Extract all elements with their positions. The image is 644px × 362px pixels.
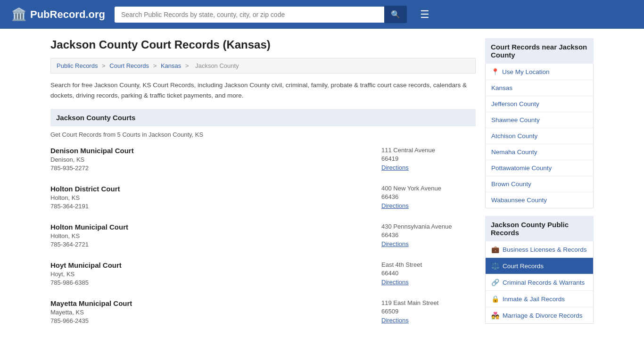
location-icon: 📍	[491, 68, 499, 75]
directions-link[interactable]: Directions	[381, 240, 409, 247]
public-record-item[interactable]: 🔗Criminal Records & Warrants	[486, 274, 593, 291]
public-record-item[interactable]: 💑Marriage & Divorce Records	[486, 307, 593, 323]
breadcrumb-jackson-county: Jackson County	[195, 62, 239, 69]
courts-subtext: Get Court Records from 5 Courts in Jacks…	[50, 131, 476, 138]
nearby-county-item[interactable]: Brown County	[486, 176, 593, 192]
breadcrumb-sep-1: >	[102, 62, 107, 69]
nearby-county-item[interactable]: Nemaha County	[486, 144, 593, 160]
record-label: Court Records	[503, 263, 544, 270]
nearby-section: Court Records near Jackson County 📍 Use …	[485, 38, 594, 208]
search-input[interactable]	[115, 7, 384, 23]
record-icon: 🔒	[491, 295, 499, 303]
court-phone: 785-364-2721	[50, 241, 363, 248]
record-icon: 💑	[491, 312, 499, 319]
court-city: Hoyt, KS	[50, 271, 363, 278]
search-button[interactable]: 🔍	[384, 6, 407, 23]
record-label: Business Licenses & Records	[503, 246, 587, 253]
public-records-list: 💼Business Licenses & Records⚖️Court Reco…	[485, 241, 594, 324]
header: 🏛️ PubRecord.org 🔍 ☰	[0, 0, 644, 29]
breadcrumb-public-records[interactable]: Public Records	[57, 62, 98, 69]
nearby-county-item[interactable]: Pottawatomie County	[486, 160, 593, 176]
public-record-item[interactable]: 🔒Inmate & Jail Records	[486, 291, 593, 307]
intro-text: Search for free Jackson County, KS Court…	[50, 80, 476, 100]
nearby-county-item[interactable]: Atchison County	[486, 128, 593, 144]
logo-icon: 🏛️	[11, 7, 26, 22]
public-records-section: Jackson County Public Records 💼Business …	[485, 216, 594, 324]
court-entry: Hoyt Municipal Court Hoyt, KS 785-986-63…	[50, 261, 476, 288]
court-address: East 4th Street 66440 Directions	[381, 261, 476, 286]
sidebar: Court Records near Jackson County 📍 Use …	[485, 38, 594, 337]
page-title: Jackson County Court Records (Kansas)	[50, 38, 476, 51]
logo-text: PubRecord.org	[30, 8, 105, 21]
court-entry: Holton Municipal Court Holton, KS 785-36…	[50, 223, 476, 250]
court-address: 400 New York Avenue 66436 Directions	[381, 185, 476, 210]
court-zip: 66436	[381, 193, 476, 200]
search-icon: 🔍	[391, 10, 400, 18]
search-bar: 🔍	[115, 6, 407, 23]
nearby-county-item[interactable]: Wabaunsee County	[486, 192, 593, 208]
record-label: Marriage & Divorce Records	[503, 312, 583, 319]
court-entry: Denison Municipal Court Denison, KS 785-…	[50, 147, 476, 173]
breadcrumb-sep-2: >	[153, 62, 158, 69]
content-area: Jackson County Court Records (Kansas) Pu…	[50, 38, 476, 337]
court-info: Denison Municipal Court Denison, KS 785-…	[50, 147, 363, 172]
nearby-list: 📍 Use My Location KansasJefferson County…	[485, 64, 594, 208]
court-zip: 66440	[381, 270, 476, 277]
public-record-item[interactable]: 💼Business Licenses & Records	[486, 241, 593, 258]
court-info: Holton Municipal Court Holton, KS 785-36…	[50, 223, 363, 248]
court-street: 119 East Main Street	[381, 299, 476, 306]
court-address: 430 Pennsylvania Avenue 66436 Directions	[381, 223, 476, 248]
breadcrumb-kansas[interactable]: Kansas	[161, 62, 181, 69]
court-phone: 785-966-2435	[50, 317, 363, 324]
record-label: Inmate & Jail Records	[503, 296, 565, 303]
nearby-county-item[interactable]: Kansas	[486, 80, 593, 96]
court-city: Holton, KS	[50, 232, 363, 239]
nearby-county-item[interactable]: Shawnee County	[486, 112, 593, 128]
record-label: Criminal Records & Warrants	[503, 279, 585, 286]
breadcrumb: Public Records > Court Records > Kansas …	[50, 58, 476, 74]
court-name: Hoyt Municipal Court	[50, 261, 363, 269]
court-zip: 66419	[381, 155, 476, 162]
court-phone: 785-986-6385	[50, 279, 363, 286]
record-icon: ⚖️	[491, 262, 499, 270]
court-city: Mayetta, KS	[50, 309, 363, 316]
court-city: Holton, KS	[50, 194, 363, 201]
court-info: Hoyt Municipal Court Hoyt, KS 785-986-63…	[50, 261, 363, 286]
court-street: East 4th Street	[381, 261, 476, 268]
court-phone: 785-935-2272	[50, 165, 363, 172]
court-zip: 66509	[381, 308, 476, 315]
directions-link[interactable]: Directions	[381, 202, 409, 209]
record-icon: 💼	[491, 246, 499, 253]
public-record-item[interactable]: ⚖️Court Records	[486, 258, 593, 274]
main-container: Jackson County Court Records (Kansas) Pu…	[39, 29, 605, 347]
use-my-location[interactable]: 📍 Use My Location	[486, 64, 593, 80]
court-name: Holton District Court	[50, 185, 363, 193]
court-address: 119 East Main Street 66509 Directions	[381, 299, 476, 324]
court-city: Denison, KS	[50, 156, 363, 163]
directions-link[interactable]: Directions	[381, 317, 409, 324]
court-entry: Mayetta Municipal Court Mayetta, KS 785-…	[50, 299, 476, 326]
directions-link[interactable]: Directions	[381, 164, 409, 171]
court-name: Denison Municipal Court	[50, 147, 363, 155]
court-zip: 66436	[381, 231, 476, 239]
directions-link[interactable]: Directions	[381, 279, 409, 286]
courts-list: Denison Municipal Court Denison, KS 785-…	[50, 147, 476, 326]
court-street: 400 New York Avenue	[381, 185, 476, 192]
menu-button[interactable]: ☰	[420, 8, 429, 21]
breadcrumb-court-records[interactable]: Court Records	[109, 62, 149, 69]
court-street: 430 Pennsylvania Avenue	[381, 223, 476, 230]
breadcrumb-sep-3: >	[185, 62, 190, 69]
logo[interactable]: 🏛️ PubRecord.org	[11, 7, 105, 22]
court-phone: 785-364-2191	[50, 203, 363, 210]
court-name: Mayetta Municipal Court	[50, 299, 363, 307]
court-info: Holton District Court Holton, KS 785-364…	[50, 185, 363, 210]
menu-icon: ☰	[420, 8, 429, 20]
court-name: Holton Municipal Court	[50, 223, 363, 231]
courts-section-header: Jackson County Courts	[50, 109, 476, 126]
court-entry: Holton District Court Holton, KS 785-364…	[50, 185, 476, 212]
public-records-title: Jackson County Public Records	[485, 216, 594, 241]
nearby-county-item[interactable]: Jefferson County	[486, 96, 593, 112]
record-icon: 🔗	[491, 279, 499, 286]
nearby-title: Court Records near Jackson County	[485, 38, 594, 64]
court-info: Mayetta Municipal Court Mayetta, KS 785-…	[50, 299, 363, 324]
